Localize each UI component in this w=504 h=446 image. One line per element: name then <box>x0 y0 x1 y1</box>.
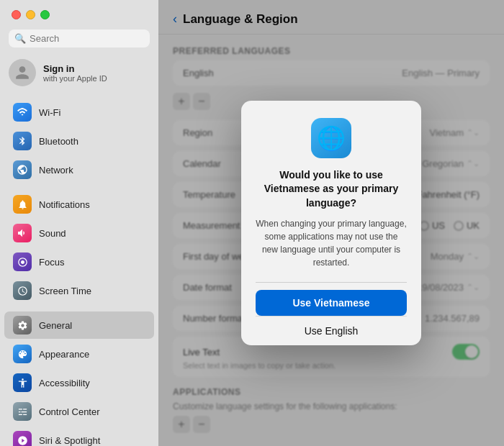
wifi-icon <box>13 103 32 122</box>
sidebar-item-sound[interactable]: Sound <box>4 219 154 247</box>
sidebar-item-sound-label: Sound <box>39 228 66 239</box>
profile-name: Sign in <box>43 63 107 74</box>
use-vietnamese-button[interactable]: Use Vietnamese <box>256 290 407 316</box>
dialog-overlay: 🌐 Would you like to use Vietnamese as yo… <box>158 0 504 446</box>
dialog-button-group: Use Vietnamese Use English <box>256 283 407 345</box>
appearance-icon <box>13 345 32 363</box>
close-button[interactable] <box>12 10 21 19</box>
sidebar-item-network-label: Network <box>39 165 73 176</box>
search-input[interactable] <box>30 33 144 44</box>
screentime-icon <box>13 281 32 300</box>
siri-icon <box>13 431 32 446</box>
search-bar[interactable]: 🔍 <box>9 29 150 47</box>
sidebar: 🔍 Sign in with your Apple ID Wi-Fi Bluet… <box>0 0 158 446</box>
sidebar-item-screentime[interactable]: Screen Time <box>4 277 154 304</box>
sidebar-item-bluetooth[interactable]: Bluetooth <box>4 127 154 155</box>
sidebar-item-appearance-label: Appearance <box>39 349 89 360</box>
sidebar-item-controlcenter-label: Control Center <box>39 406 100 417</box>
sidebar-item-general-label: General <box>39 320 72 331</box>
sound-icon <box>13 224 32 242</box>
notifications-icon <box>13 195 32 214</box>
globe-icon: 🌐 <box>311 118 351 158</box>
general-icon <box>13 316 32 334</box>
fullscreen-button[interactable] <box>40 10 50 19</box>
profile-text: Sign in with your Apple ID <box>43 63 107 83</box>
bluetooth-icon <box>13 132 32 150</box>
sidebar-item-notifications[interactable]: Notifications <box>4 191 154 218</box>
network-icon <box>13 160 32 179</box>
traffic-lights <box>0 0 158 27</box>
sidebar-item-accessibility-label: Accessibility <box>39 378 90 388</box>
dialog-body: When changing your primary language, som… <box>256 217 407 269</box>
search-icon: 🔍 <box>14 33 26 44</box>
dialog-buttons: Use Vietnamese Use English <box>256 282 407 345</box>
sidebar-item-siri-label: Siri & Spotlight <box>39 435 100 446</box>
sidebar-item-screentime-label: Screen Time <box>39 286 91 296</box>
sidebar-item-controlcenter[interactable]: Control Center <box>4 398 154 425</box>
sidebar-item-appearance[interactable]: Appearance <box>4 340 154 368</box>
language-change-dialog: 🌐 Would you like to use Vietnamese as yo… <box>241 101 421 346</box>
dialog-icon-wrap: 🌐 <box>256 118 407 158</box>
sidebar-profile[interactable]: Sign in with your Apple ID <box>0 55 158 92</box>
sidebar-item-focus[interactable]: Focus <box>4 248 154 276</box>
sidebar-item-siri[interactable]: Siri & Spotlight <box>4 427 154 446</box>
controlcenter-icon <box>13 402 32 421</box>
sidebar-item-wifi-label: Wi-Fi <box>39 107 60 118</box>
avatar <box>9 59 36 86</box>
profile-sub: with your Apple ID <box>43 74 107 83</box>
minimize-button[interactable] <box>26 10 35 19</box>
sidebar-item-network[interactable]: Network <box>4 156 154 183</box>
sidebar-item-notifications-label: Notifications <box>39 199 90 210</box>
accessibility-icon <box>13 373 32 392</box>
use-english-button[interactable]: Use English <box>256 316 407 345</box>
sidebar-item-wifi[interactable]: Wi-Fi <box>4 99 154 126</box>
dialog-title: Would you like to use Vietnamese as your… <box>256 168 407 211</box>
main-content: ‹ Language & Region Preferred Languages … <box>158 0 504 446</box>
sidebar-item-focus-label: Focus <box>39 257 64 268</box>
sidebar-item-bluetooth-label: Bluetooth <box>39 136 78 147</box>
sidebar-item-general[interactable]: General <box>4 311 154 339</box>
focus-icon <box>13 252 32 271</box>
sidebar-item-accessibility[interactable]: Accessibility <box>4 369 154 396</box>
